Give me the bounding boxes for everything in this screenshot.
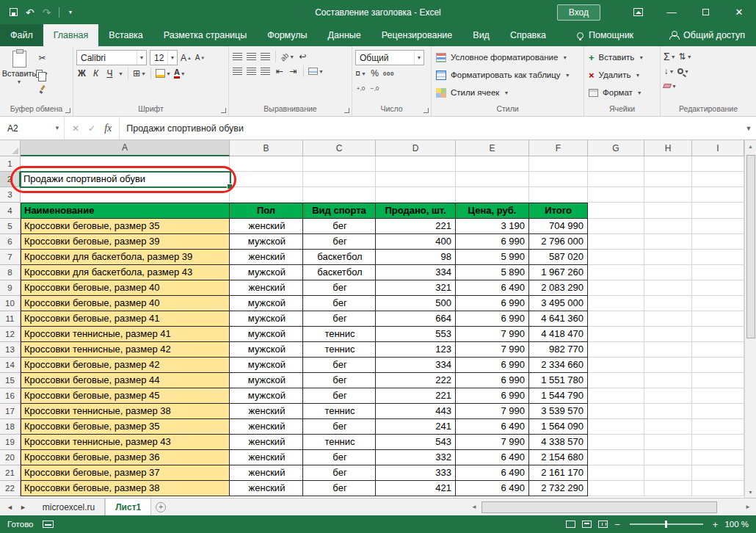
cell-G6[interactable]: [588, 234, 644, 250]
cell-I22[interactable]: [692, 481, 744, 496]
cell-H10[interactable]: [644, 296, 692, 311]
cell-H19[interactable]: [644, 435, 692, 450]
cell-B18[interactable]: женский: [230, 419, 303, 435]
cell-F19[interactable]: 4 338 570: [529, 435, 588, 450]
cell-B22[interactable]: женский: [230, 481, 303, 496]
cell-E6[interactable]: 6 990: [456, 234, 529, 250]
horizontal-scroll-track[interactable]: [480, 501, 742, 513]
zoom-level-label[interactable]: 100 %: [724, 520, 749, 529]
cell-D2[interactable]: [376, 172, 456, 187]
cell-E22[interactable]: 6 490: [456, 481, 529, 496]
align-middle-button[interactable]: [246, 50, 257, 63]
cell-F16[interactable]: 1 544 790: [529, 388, 588, 404]
cell-D22[interactable]: 421: [376, 481, 456, 496]
cell-F14[interactable]: 2 334 660: [529, 358, 588, 373]
cell-styles-button[interactable]: Стили ячеек▼: [434, 84, 581, 101]
cell-D6[interactable]: 400: [376, 234, 456, 250]
insert-cells-button[interactable]: + Вставить▼: [586, 48, 658, 66]
cell-E19[interactable]: 7 990: [456, 435, 529, 450]
cell-G2[interactable]: [588, 172, 644, 187]
scroll-up-icon[interactable]: ▲: [745, 140, 756, 152]
row-header-16[interactable]: 16: [0, 388, 21, 404]
cell-I3[interactable]: [692, 187, 744, 203]
cell-I9[interactable]: [692, 280, 744, 296]
cell-H17[interactable]: [644, 404, 692, 419]
paste-dropdown-icon[interactable]: ▼: [17, 79, 22, 84]
next-sheet-icon[interactable]: ►: [20, 504, 26, 511]
cell-E5[interactable]: 3 190: [456, 219, 529, 234]
cell-I21[interactable]: [692, 465, 744, 481]
cell-C2[interactable]: [303, 172, 376, 187]
increase-decimal-icon[interactable]: +,0: [355, 81, 366, 95]
cell-B6[interactable]: мужской: [230, 234, 303, 250]
copy-button[interactable]: ▼: [36, 67, 48, 80]
cell-E3[interactable]: [456, 187, 529, 203]
cell-G8[interactable]: [588, 265, 644, 280]
row-header-17[interactable]: 17: [0, 404, 21, 419]
cell-B4[interactable]: Пол: [230, 203, 303, 219]
cell-C10[interactable]: бег: [303, 296, 376, 311]
cell-D18[interactable]: 241: [376, 419, 456, 435]
cell-B15[interactable]: мужской: [230, 373, 303, 388]
italic-button[interactable]: К: [90, 67, 101, 80]
row-header-20[interactable]: 20: [0, 450, 21, 465]
cell-F9[interactable]: 2 083 290: [529, 280, 588, 296]
cancel-icon[interactable]: ✕: [72, 123, 79, 134]
zoom-in-button[interactable]: +: [713, 519, 719, 530]
cell-F6[interactable]: 2 796 000: [529, 234, 588, 250]
cell-E10[interactable]: 6 990: [456, 296, 529, 311]
ribbon-tab-insert[interactable]: Вставка: [98, 24, 153, 46]
scroll-left-icon[interactable]: ◄: [468, 504, 480, 510]
horizontal-scrollbar[interactable]: ◄ ►: [468, 498, 756, 515]
cell-F20[interactable]: 2 154 680: [529, 450, 588, 465]
column-header-I[interactable]: I: [692, 140, 744, 156]
cell-A2[interactable]: Продажи спортивной обуви: [21, 172, 230, 187]
cell-D1[interactable]: [376, 156, 456, 172]
cell-A15[interactable]: Кроссовки беговые, размер 44: [21, 373, 230, 388]
cell-H15[interactable]: [644, 373, 692, 388]
row-header-6[interactable]: 6: [0, 234, 21, 250]
cell-F11[interactable]: 4 641 360: [529, 311, 588, 327]
cell-I16[interactable]: [692, 388, 744, 404]
cell-C16[interactable]: бег: [303, 388, 376, 404]
cell-E14[interactable]: 6 990: [456, 358, 529, 373]
cell-D13[interactable]: 123: [376, 342, 456, 358]
cell-E15[interactable]: 6 990: [456, 373, 529, 388]
cell-C22[interactable]: бег: [303, 481, 376, 496]
cell-B5[interactable]: женский: [230, 219, 303, 234]
cell-C12[interactable]: теннис: [303, 327, 376, 342]
ribbon-tab-data[interactable]: Данные: [318, 24, 371, 46]
number-dialog-launcher[interactable]: [424, 108, 429, 113]
cell-B8[interactable]: мужской: [230, 265, 303, 280]
cell-A7[interactable]: Кроссовки для баскетбола, размер 39: [21, 250, 230, 265]
vertical-scrollbar[interactable]: ▲ ▼: [744, 140, 756, 498]
minimize-button[interactable]: —: [655, 0, 688, 24]
cell-A9[interactable]: Кроссовки беговые, размер 40: [21, 280, 230, 296]
cell-A1[interactable]: [21, 156, 230, 172]
save-icon[interactable]: [10, 8, 18, 16]
comma-style-button[interactable]: 000: [383, 67, 394, 80]
clear-button[interactable]: ▼: [664, 79, 677, 93]
column-header-D[interactable]: D: [376, 140, 456, 156]
row-header-10[interactable]: 10: [0, 296, 21, 311]
font-size-combo[interactable]: 12▼: [150, 50, 178, 65]
customize-qat-icon[interactable]: ▼: [68, 10, 73, 15]
increase-font-icon[interactable]: А▲: [181, 51, 192, 65]
cell-E21[interactable]: 6 490: [456, 465, 529, 481]
cell-H18[interactable]: [644, 419, 692, 435]
clipboard-dialog-launcher[interactable]: [65, 108, 70, 113]
bold-button[interactable]: Ж: [76, 67, 87, 80]
orientation-button[interactable]: ab▼: [280, 50, 294, 63]
share-button[interactable]: Общий доступ: [669, 24, 756, 46]
cell-H5[interactable]: [644, 219, 692, 234]
cell-A4[interactable]: Наименование: [21, 203, 230, 219]
cell-C5[interactable]: бег: [303, 219, 376, 234]
cell-I2[interactable]: [692, 172, 744, 187]
find-select-button[interactable]: ▼: [677, 65, 689, 78]
conditional-formatting-button[interactable]: Условное форматирование▼: [434, 48, 581, 66]
cell-C21[interactable]: бег: [303, 465, 376, 481]
cell-B9[interactable]: женский: [230, 280, 303, 296]
scroll-down-icon[interactable]: ▼: [745, 486, 756, 498]
cell-D14[interactable]: 334: [376, 358, 456, 373]
merge-center-button[interactable]: ▼: [308, 65, 324, 78]
